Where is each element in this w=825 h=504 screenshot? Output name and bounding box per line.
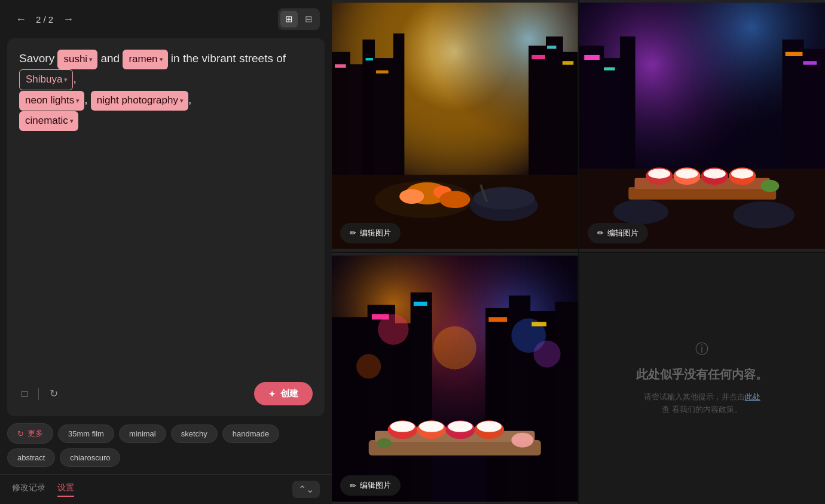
tag-night-photography[interactable]: night photography ▾ xyxy=(91,91,188,111)
svg-point-76 xyxy=(390,421,415,432)
style-tags-area: ↻ 更多 35mm film minimal sketchy handmade … xyxy=(7,423,325,467)
prompt-area: Savory sushi ▾ and ramen ▾ in the vibran… xyxy=(7,38,325,416)
edit-label-3: 编辑图片 xyxy=(360,480,391,491)
svg-point-80 xyxy=(448,421,472,432)
svg-point-50 xyxy=(613,200,668,224)
svg-point-48 xyxy=(731,169,753,178)
tag-35mm[interactable]: 35mm film xyxy=(58,424,114,443)
svg-point-42 xyxy=(648,169,670,178)
image-cell-3: ✏ 编辑图片 xyxy=(332,253,578,505)
svg-rect-34 xyxy=(584,55,600,60)
svg-point-84 xyxy=(377,438,392,448)
create-star-icon: ✦ xyxy=(268,389,276,399)
svg-rect-69 xyxy=(372,314,389,319)
svg-rect-12 xyxy=(366,58,373,60)
svg-rect-63 xyxy=(555,301,578,501)
more-styles-button[interactable]: ↻ 更多 xyxy=(7,423,53,444)
footer-tabs: 修改记录 设置 ⌃⌄ xyxy=(0,474,332,504)
svg-point-83 xyxy=(511,432,533,447)
pencil-icon-1: ✏ xyxy=(350,228,356,237)
prompt-in: in the vibrant streets of xyxy=(168,52,286,65)
tag-sketchy[interactable]: sketchy xyxy=(171,424,218,443)
svg-point-22 xyxy=(439,191,470,208)
prompt-prefix: Savory xyxy=(19,52,57,65)
more-label: 更多 xyxy=(28,428,43,439)
empty-state-link[interactable]: 此处 xyxy=(745,392,760,401)
svg-rect-16 xyxy=(563,61,574,65)
svg-rect-35 xyxy=(604,68,615,71)
svg-rect-72 xyxy=(531,322,546,326)
next-button[interactable]: → xyxy=(59,12,77,27)
tag-sushi[interactable]: sushi ▾ xyxy=(57,50,97,69)
tag-minimal[interactable]: minimal xyxy=(119,424,166,443)
tag-shibuya[interactable]: Shibuya ▾ xyxy=(19,69,73,90)
divider xyxy=(38,388,39,400)
copy-button[interactable]: □ xyxy=(19,386,30,402)
action-icons: □ ↻ xyxy=(19,385,60,402)
prompt-comma2: , xyxy=(84,93,91,106)
prompt-comma1: , xyxy=(73,72,76,85)
svg-rect-71 xyxy=(488,317,507,322)
empty-state-icon: ⓘ xyxy=(695,340,708,358)
svg-rect-56 xyxy=(332,317,369,502)
top-navigation: ← 2 / 2 → ⊞ ⊟ xyxy=(0,0,332,38)
tag-cinematic[interactable]: cinematic ▾ xyxy=(19,111,78,131)
svg-point-78 xyxy=(419,421,444,432)
svg-rect-15 xyxy=(547,46,556,49)
tag-abstract[interactable]: abstract xyxy=(7,448,55,467)
svg-rect-59 xyxy=(411,292,432,502)
svg-point-49 xyxy=(760,180,779,193)
svg-rect-11 xyxy=(335,64,346,68)
edit-label-2: 编辑图片 xyxy=(607,228,638,239)
grid4-view-button[interactable]: ⊞ xyxy=(280,11,298,28)
view-toggle: ⊞ ⊟ xyxy=(278,8,320,30)
tag-chiaroscuro[interactable]: chiaroscuro xyxy=(60,448,120,467)
tab-items: 修改记录 设置 xyxy=(12,482,74,497)
prompt-text: Savory sushi ▾ and ramen ▾ in the vibran… xyxy=(19,49,313,372)
svg-point-20 xyxy=(399,189,424,204)
page-counter: 2 / 2 xyxy=(36,14,53,25)
svg-rect-58 xyxy=(393,323,412,501)
prompt-and: and xyxy=(97,52,123,65)
svg-rect-60 xyxy=(485,307,510,501)
create-label: 创建 xyxy=(280,388,298,399)
nav-arrows: ← 2 / 2 → xyxy=(12,12,77,27)
edit-button-2[interactable]: ✏ 编辑图片 xyxy=(588,223,648,243)
image-cell-1: ✏ 编辑图片 xyxy=(332,0,578,252)
prompt-comma3: , xyxy=(188,93,191,106)
svg-rect-37 xyxy=(803,61,817,65)
expand-button[interactable]: ⌃⌄ xyxy=(292,481,320,498)
image-grid: ✏ 编辑图片 xyxy=(332,0,825,504)
svg-rect-70 xyxy=(414,301,427,306)
pencil-icon-2: ✏ xyxy=(597,228,604,237)
tab-history[interactable]: 修改记录 xyxy=(12,482,45,497)
svg-point-67 xyxy=(356,354,381,378)
svg-rect-13 xyxy=(376,71,389,74)
svg-rect-14 xyxy=(531,55,545,59)
prev-button[interactable]: ← xyxy=(12,12,30,27)
svg-point-64 xyxy=(433,326,476,369)
image-cell-2: ✏ 编辑图片 xyxy=(579,0,826,252)
create-button[interactable]: ✦ 创建 xyxy=(254,382,313,405)
refresh-icon: ↻ xyxy=(17,429,24,438)
svg-point-44 xyxy=(676,169,698,178)
grid2-view-button[interactable]: ⊟ xyxy=(300,11,317,28)
svg-rect-36 xyxy=(785,52,802,56)
svg-point-51 xyxy=(733,201,795,228)
image-cell-4: ⓘ 此处似乎没有任何内容。 请尝试输入其他提示，并点击此处查 看我们的内容政策。 xyxy=(579,253,826,505)
edit-button-1[interactable]: ✏ 编辑图片 xyxy=(340,223,401,243)
edit-label-1: 编辑图片 xyxy=(360,228,391,239)
pencil-icon-3: ✏ xyxy=(350,481,356,490)
tag-neon-lights[interactable]: neon lights ▾ xyxy=(19,91,84,111)
svg-point-68 xyxy=(533,340,560,367)
empty-state-description: 请尝试输入其他提示，并点击此处查 看我们的内容政策。 xyxy=(642,391,762,416)
tag-ramen[interactable]: ramen ▾ xyxy=(123,50,167,69)
refresh-button[interactable]: ↻ xyxy=(47,385,60,402)
empty-state-title: 此处似乎没有任何内容。 xyxy=(636,366,768,383)
tag-handmade[interactable]: handmade xyxy=(222,424,279,443)
edit-button-3[interactable]: ✏ 编辑图片 xyxy=(340,475,401,496)
prompt-actions: □ ↻ ✦ 创建 xyxy=(19,382,313,405)
svg-point-82 xyxy=(477,421,502,432)
tab-settings[interactable]: 设置 xyxy=(57,482,74,497)
svg-point-46 xyxy=(703,169,725,178)
